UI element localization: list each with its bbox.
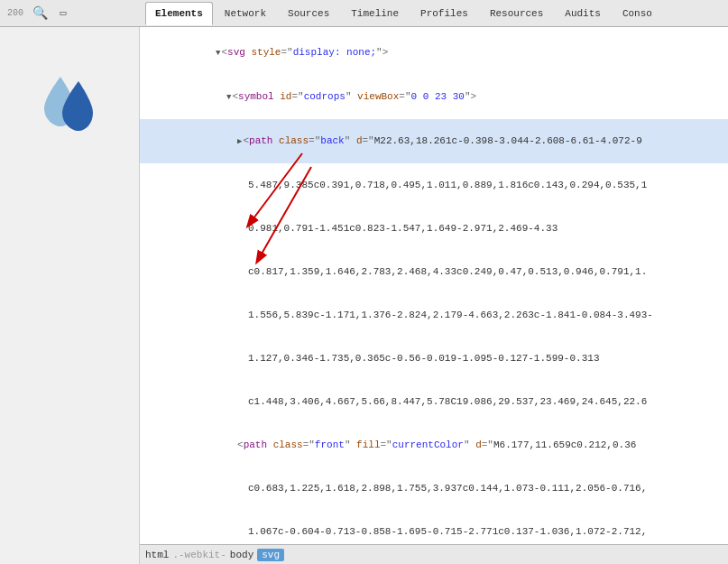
code-line[interactable]: 1.556,5.839c-1.171,1.376-2.824,2.179-4.6… [140,293,728,337]
code-line[interactable]: 5.487,9.385c0.391,0.718,0.495,1.011,0.88… [140,163,728,207]
right-panel: ▼<svg style="display: none;"> ▼<symbol i… [140,27,728,564]
code-line[interactable]: ▼<symbol id="codrops" viewBox="0 0 23 30… [140,75,728,119]
search-icon[interactable]: 🔍 [29,3,51,24]
code-line[interactable]: ▶<path class="back" d="M22.63,18.261c-0.… [140,119,728,163]
tab-timeline[interactable]: Timeline [341,2,409,25]
tab-audits[interactable]: Audits [555,2,611,25]
code-view[interactable]: ▼<svg style="display: none;"> ▼<symbol i… [140,27,728,544]
breadcrumb-body[interactable]: body [230,550,253,560]
code-line[interactable]: 0.981,0.791-1.451c0.823-1.547,1.649-2.97… [140,207,728,250]
breadcrumb-html[interactable]: html [145,550,169,560]
tab-elements[interactable]: Elements [145,2,213,25]
logo-svg [33,54,106,135]
mobile-icon[interactable]: ▭ [52,3,74,24]
code-line[interactable]: 1.127,0.346-1.735,0.365c-0.56-0.019-1.09… [140,337,728,380]
code-line[interactable]: 1.067c-0.604-0.713-0.858-1.695-0.715-2.7… [140,510,728,544]
ruler-label: 200 [7,8,23,18]
code-line[interactable]: c0.817,1.359,1.646,2.783,2.468,4.33c0.24… [140,250,728,293]
tab-resources[interactable]: Resources [480,2,553,25]
tab-profiles[interactable]: Profiles [410,2,478,25]
code-line[interactable]: <path class="front" fill="currentColor" … [140,423,728,467]
breadcrumb-svg[interactable]: svg [257,549,284,561]
devtools-toolbar: 200 🔍 ▭ Elements Network Sources Timelin… [0,0,728,27]
left-panel [0,27,140,564]
tab-network[interactable]: Network [215,2,276,25]
code-line[interactable]: ▼<svg style="display: none;"> [140,31,728,75]
bottom-bar: html .-webkit- body svg [140,544,728,564]
code-line[interactable]: c1.448,3.406,4.667,5.66,8.447,5.78C19.08… [140,380,728,423]
tab-sources[interactable]: Sources [278,2,339,25]
code-line[interactable]: c0.683,1.225,1.618,2.898,1.755,3.937c0.1… [140,467,728,510]
logo-area [29,54,110,135]
tab-console[interactable]: Conso [613,2,662,25]
